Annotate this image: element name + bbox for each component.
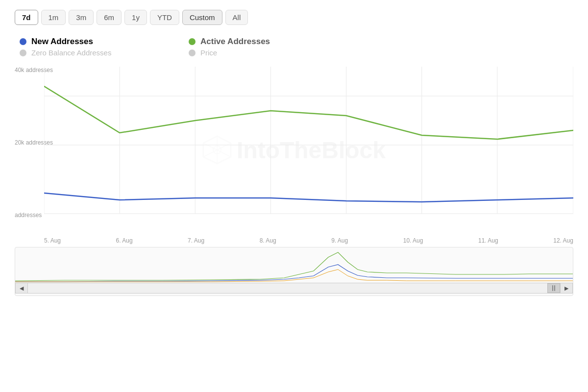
legend-active-addresses[interactable]: Active Addresses	[189, 37, 358, 47]
nav-track[interactable]	[28, 283, 560, 294]
active-addresses-line	[44, 86, 573, 139]
btn-3m[interactable]: 3m	[69, 10, 94, 25]
handle-line-1	[552, 285, 553, 291]
legend-zero-balance[interactable]: Zero Balance Addresses	[20, 49, 189, 57]
btn-7d[interactable]: 7d	[15, 10, 38, 25]
btn-1m[interactable]: 1m	[41, 10, 66, 25]
main-container: 7d 1m 3m 6m 1y YTD Custom All New Addres…	[0, 0, 588, 392]
btn-all[interactable]: All	[225, 10, 248, 25]
mini-nav: ◀ ▶	[15, 283, 573, 294]
zero-balance-label: Zero Balance Addresses	[31, 49, 111, 57]
legend-price[interactable]: Price	[189, 49, 358, 57]
btn-ytd[interactable]: YTD	[150, 10, 179, 25]
handle-line-2	[554, 285, 555, 291]
active-addresses-label: Active Addresses	[200, 37, 270, 47]
chart-legend: New Addresses Active Addresses Zero Bala…	[15, 37, 358, 57]
price-dot	[189, 49, 196, 56]
new-addresses-dot	[20, 38, 26, 45]
nav-left-btn[interactable]: ◀	[15, 283, 28, 294]
handle-grip	[552, 285, 555, 291]
x-label-7aug: 7. Aug	[188, 237, 204, 244]
x-axis: 5. Aug 6. Aug 7. Aug 8. Aug 9. Aug 10. A…	[15, 233, 573, 244]
x-label-9aug: 9. Aug	[331, 237, 348, 244]
x-label-6aug: 6. Aug	[116, 237, 133, 244]
x-label-12aug: 12. Aug	[553, 237, 573, 244]
new-addresses-label: New Addresses	[31, 37, 93, 47]
x-label-11aug: 11. Aug	[478, 237, 498, 244]
mini-chart-svg	[15, 247, 573, 284]
btn-1y[interactable]: 1y	[124, 10, 147, 25]
main-chart[interactable]: 40k addresses 20k addresses addresses In…	[15, 67, 573, 233]
active-addresses-dot	[189, 38, 196, 45]
btn-custom[interactable]: Custom	[182, 10, 222, 25]
btn-6m[interactable]: 6m	[97, 10, 122, 25]
x-label-8aug: 8. Aug	[260, 237, 276, 244]
nav-right-btn[interactable]: ▶	[560, 283, 573, 294]
time-range-bar: 7d 1m 3m 6m 1y YTD Custom All	[15, 10, 573, 25]
price-label: Price	[200, 49, 217, 57]
chart-svg	[44, 67, 573, 233]
zero-balance-dot	[20, 49, 26, 56]
nav-handle[interactable]	[547, 283, 560, 293]
x-label-5aug: 5. Aug	[44, 237, 61, 244]
chart-wrapper: 40k addresses 20k addresses addresses In…	[15, 67, 573, 296]
x-label-10aug: 10. Aug	[403, 237, 423, 244]
mini-chart[interactable]: 2018 2020 2022 2024 ◀ ▶	[15, 247, 573, 296]
new-addresses-line	[44, 193, 573, 202]
legend-new-addresses[interactable]: New Addresses	[20, 37, 189, 47]
